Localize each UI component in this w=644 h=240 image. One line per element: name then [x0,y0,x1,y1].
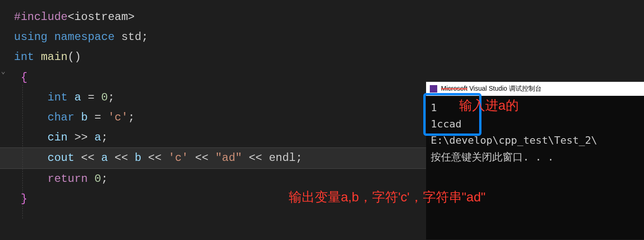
operator: >> [75,131,88,144]
semicolon: ; [128,111,135,124]
operator: << [195,152,209,164]
var-b: b [81,111,88,124]
console-title: Microsoft Visual Studio 调试控制台 [441,85,542,93]
include-target: <iostream> [68,11,135,23]
console-output[interactable]: 11ccadE:\develop\cpp_test\Test_2\按任意键关闭此… [426,96,644,169]
operator: = [95,111,101,124]
debug-console-window[interactable]: Microsoft Visual Studio 调试控制台 11ccadE:\d… [426,81,644,240]
semicolon: ; [101,131,108,144]
console-line: 1ccad [431,116,640,132]
cout-token: cout [47,152,75,164]
type-token: int [14,51,34,63]
console-line: 1 [431,100,640,116]
operator: = [88,91,94,104]
console-titlebar[interactable]: Microsoft Visual Studio 调试控制台 [426,82,644,96]
vs-icon [430,85,437,93]
keyword-token: using [14,31,47,43]
code-line[interactable]: int main() [0,47,644,67]
keyword-token: namespace [54,31,115,43]
preproc-token: #include [14,11,68,23]
cin-token: cin [47,131,68,144]
console-line: E:\develop\cpp_test\Test_2\ [431,132,640,148]
operator: << [148,152,162,164]
operator: << [115,152,128,164]
parens: () [68,51,81,63]
var-a: a [101,152,108,164]
semicolon: ; [142,31,148,43]
type-token: char [47,111,75,124]
var-b: b [135,152,141,164]
brace-open: { [20,71,27,84]
function-name: main [41,51,68,63]
var-a: a [75,91,81,104]
char-literal: 'c' [168,152,188,164]
char-literal: 'c' [108,111,128,124]
number-literal: 0 [101,91,108,104]
return-token: return [47,173,88,185]
operator: << [81,152,95,164]
namespace-token: std [121,31,141,43]
operator: << [249,152,262,164]
code-line[interactable]: #include<iostream> [0,7,644,27]
brace-close: } [20,193,27,205]
type-token: int [47,91,68,104]
semicolon: ; [108,91,115,104]
endl-token: endl [269,152,296,164]
var-a: a [95,131,101,144]
console-line: 按任意键关闭此窗口. . . [431,149,640,165]
number-literal: 0 [95,173,101,185]
semicolon: ; [296,152,302,164]
code-line[interactable]: using namespace std; [0,27,644,47]
string-literal: "ad" [215,152,242,164]
semicolon: ; [101,173,108,185]
